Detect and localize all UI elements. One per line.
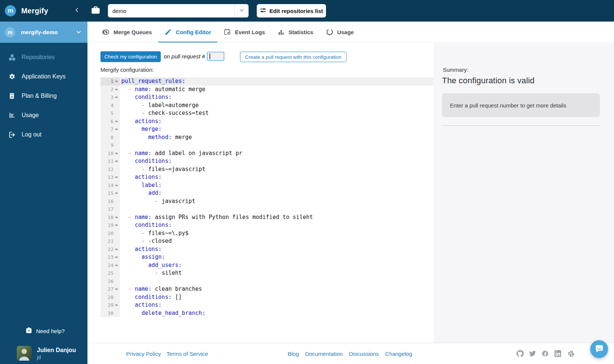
- line-number: 27: [100, 285, 120, 293]
- code-line-text: assign:: [120, 253, 434, 261]
- organization-switcher-button[interactable]: [90, 6, 101, 15]
- code-line-text: conditions:: [120, 221, 434, 229]
- sidebar-org-selector[interactable]: m mergify-demo: [0, 22, 87, 43]
- calendar-history-icon: [224, 28, 231, 36]
- footer-link-blog[interactable]: Blog: [288, 351, 299, 357]
- mergify-logo-icon[interactable]: m: [5, 5, 16, 16]
- line-number: 13: [100, 173, 120, 181]
- create-pull-request-button[interactable]: Create a pull request with this configur…: [240, 52, 346, 62]
- fold-toggle-icon[interactable]: [115, 305, 118, 306]
- check-configuration-button[interactable]: Check my configuration: [100, 51, 161, 62]
- tab-config-editor[interactable]: Config Editor: [158, 22, 217, 42]
- line-number: 9: [100, 141, 120, 149]
- summary-hint-box: Enter a pull request number to get more …: [442, 93, 600, 117]
- sidebar-item-plan-billing[interactable]: $Plan & Billing: [0, 86, 87, 106]
- summary-hint-text: Enter a pull request number to get more …: [450, 102, 566, 109]
- sidebar-item-application-keys[interactable]: Application Keys: [0, 67, 87, 86]
- tab-event-logs[interactable]: Event Logs: [217, 22, 271, 42]
- footer-link-changelog[interactable]: Changelog: [385, 351, 412, 357]
- code-line-text: - name: assign PRs with Python files mod…: [120, 213, 434, 222]
- brand-title: Mergify: [21, 0, 48, 22]
- fold-toggle-icon[interactable]: [115, 185, 118, 187]
- editor-line: 11 conditions:: [100, 157, 434, 165]
- footer: Privacy PolicyTerms of Service BlogDocum…: [87, 343, 614, 364]
- fold-toggle-icon[interactable]: [115, 193, 118, 194]
- footer-social-links: [516, 343, 574, 364]
- fold-toggle-icon[interactable]: [115, 97, 118, 99]
- fold-toggle-icon[interactable]: [115, 153, 118, 155]
- code-line-text: - sileht: [120, 269, 434, 277]
- code-line-text: conditions: []: [120, 293, 434, 302]
- slack-icon[interactable]: [567, 350, 574, 357]
- github-icon[interactable]: [516, 350, 524, 357]
- repository-dropdown-toggle[interactable]: [234, 4, 249, 17]
- line-number: 1: [100, 77, 120, 86]
- repository-select: [108, 4, 249, 17]
- footer-link-privacy-policy[interactable]: Privacy Policy: [126, 351, 161, 357]
- editor-line: 19 conditions:: [100, 221, 434, 229]
- code-line-text: actions:: [120, 173, 434, 181]
- fold-toggle-icon[interactable]: [115, 265, 118, 267]
- sidebar-item-label: Usage: [22, 112, 39, 119]
- code-line-text: [120, 277, 434, 286]
- code-line-text: - check-success=test: [120, 109, 434, 117]
- sidebar: m mergify-demo RepositoriesApplication K…: [0, 22, 87, 364]
- config-editor[interactable]: 1pull_request_rules:2 - name: automatic …: [100, 77, 434, 318]
- editor-line: 12 - files~=javascript: [100, 165, 434, 174]
- logout-icon: [8, 131, 16, 138]
- sidebar-item-repositories[interactable]: Repositories: [0, 48, 87, 67]
- editor-line: 21 - -closed: [100, 237, 434, 245]
- code-line-text: - -closed: [120, 237, 434, 245]
- tab-usage[interactable]: Usage: [320, 22, 360, 42]
- code-line-text: - name: add label on javascript pr: [120, 149, 434, 158]
- editor-line: 8 method: merge: [100, 133, 434, 142]
- line-number: 2: [100, 86, 120, 94]
- configuration-status: The configuration is valid: [442, 76, 535, 86]
- facebook-icon[interactable]: [541, 350, 549, 357]
- sidebar-item-usage[interactable]: Usage: [0, 106, 87, 125]
- chat-widget-button[interactable]: [590, 340, 608, 358]
- footer-link-discussions[interactable]: Discussions: [349, 351, 379, 357]
- fold-toggle-icon[interactable]: [115, 89, 118, 91]
- fold-toggle-icon[interactable]: [115, 289, 118, 290]
- cubes-icon: [8, 54, 16, 61]
- fold-toggle-icon[interactable]: [115, 177, 118, 178]
- code-line-text: conditions:: [120, 93, 434, 102]
- repository-input[interactable]: [108, 4, 234, 17]
- configuration-label: Mergify configuration:: [100, 67, 154, 73]
- code-line-text: add_users:: [120, 261, 434, 270]
- fold-toggle-icon[interactable]: [115, 121, 118, 123]
- fold-toggle-icon[interactable]: [115, 81, 118, 83]
- fold-toggle-icon[interactable]: [115, 249, 118, 251]
- line-number: 17: [100, 205, 120, 213]
- tab-merge-queues[interactable]: Merge Queues: [94, 22, 158, 42]
- twitter-icon[interactable]: [529, 350, 536, 357]
- fold-toggle-icon[interactable]: [115, 217, 118, 219]
- app-window: m Mergify Edit repositories list m mergi…: [0, 0, 614, 364]
- fold-toggle-icon[interactable]: [115, 257, 118, 258]
- code-line-text: method: merge: [120, 133, 434, 142]
- linkedin-icon[interactable]: [554, 350, 562, 357]
- fold-toggle-icon[interactable]: [115, 225, 118, 226]
- editor-line: 29 actions:: [100, 301, 434, 309]
- tab-statistics[interactable]: Statistics: [271, 22, 320, 42]
- collapse-sidebar-button[interactable]: [73, 6, 81, 15]
- fold-toggle-icon[interactable]: [115, 161, 118, 162]
- footer-link-documentation[interactable]: Documentation: [305, 351, 343, 357]
- code-line-text: conditions:: [120, 157, 434, 165]
- briefcase-icon: [91, 6, 100, 16]
- line-number: 28: [100, 293, 120, 302]
- footer-link-terms-of-service[interactable]: Terms of Service: [166, 351, 208, 357]
- editor-line: 23 assign:: [100, 253, 434, 261]
- editor-line: 24 add_users:: [100, 261, 434, 270]
- editor-line: 30 delete_head_branch:: [100, 309, 434, 318]
- pull-request-number-input[interactable]: [207, 52, 224, 61]
- editor-line: 16 - javascript: [100, 197, 434, 206]
- fold-toggle-icon[interactable]: [115, 129, 118, 131]
- need-help-link[interactable]: ? Need help?: [25, 327, 65, 335]
- user-menu[interactable]: Julien Danjou jd: [17, 346, 76, 361]
- svg-text:$: $: [11, 95, 13, 99]
- sidebar-item-log-out[interactable]: Log out: [0, 125, 87, 144]
- sidebar-item-label: Application Keys: [22, 73, 65, 80]
- edit-repositories-button[interactable]: Edit repositories list: [257, 4, 326, 17]
